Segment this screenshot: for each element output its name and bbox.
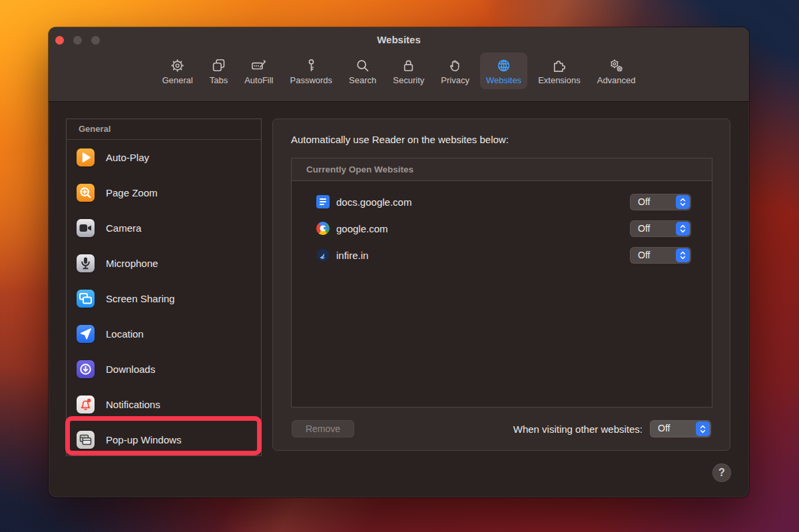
tab-autofill[interactable]: AutoFill <box>238 53 279 89</box>
chevron-up-down-icon <box>676 248 690 262</box>
autofill-icon <box>250 57 267 74</box>
tab-extensions[interactable]: Extensions <box>532 53 587 89</box>
tab-privacy[interactable]: Privacy <box>435 53 475 89</box>
tab-label: AutoFill <box>244 75 273 85</box>
safari-preferences-window: Websites <box>49 27 749 497</box>
reader-settings-panel: Automatically use Reader on the websites… <box>272 119 730 451</box>
notifications-icon <box>77 396 95 413</box>
tab-websites[interactable]: Websites <box>480 53 527 89</box>
other-websites-dropdown[interactable]: Off <box>650 420 711 437</box>
sidebar-item-location[interactable]: Location <box>67 316 261 352</box>
sidebar-item-downloads[interactable]: Downloads <box>67 352 261 387</box>
tab-general[interactable]: General <box>156 53 198 89</box>
sidebar-item-notifications[interactable]: Notifications <box>67 387 261 422</box>
camera-icon <box>77 219 95 237</box>
currently-open-websites-table: Currently Open Websites docs.google.com … <box>291 158 712 407</box>
gear-icon <box>169 57 186 74</box>
sidebar-item-label: Downloads <box>106 364 155 375</box>
window-title: Websites <box>49 34 749 45</box>
window-chrome: Websites <box>49 27 749 102</box>
docs-google-favicon <box>316 195 330 208</box>
tab-label: Tabs <box>210 75 228 85</box>
hand-icon <box>447 57 463 74</box>
microphone-icon <box>77 254 95 272</box>
table-header: Currently Open Websites <box>292 158 712 181</box>
screen-sharing-icon <box>77 290 95 308</box>
table-row: infire.in Off <box>292 242 712 268</box>
tab-tabs[interactable]: Tabs <box>204 53 234 89</box>
remove-button[interactable]: Remove <box>292 420 354 437</box>
tab-passwords[interactable]: Passwords <box>284 53 339 89</box>
table-row: google.com Off <box>292 215 712 242</box>
sidebar-item-label: Camera <box>106 222 141 234</box>
puzzle-icon <box>551 57 567 74</box>
dropdown-value: Off <box>638 247 650 264</box>
tab-label: Websites <box>486 75 521 85</box>
google-favicon <box>316 222 330 235</box>
page-zoom-icon <box>77 184 95 202</box>
help-button[interactable]: ? <box>712 463 731 482</box>
tabs-icon <box>210 57 227 74</box>
other-websites-label: When visiting other websites: <box>513 423 643 435</box>
preferences-toolbar: General Tabs <box>49 53 749 89</box>
sidebar-item-label: Auto-Play <box>106 152 149 163</box>
sidebar-item-page-zoom[interactable]: Page Zoom <box>67 175 261 210</box>
websites-sidebar: General Auto-Play Page Zoom <box>66 119 262 456</box>
reader-setting-dropdown[interactable]: Off <box>630 220 691 237</box>
table-rows: docs.google.com Off google.co <box>292 181 712 268</box>
site-name: infire.in <box>336 250 623 261</box>
sidebar-item-camera[interactable]: Camera <box>67 210 261 246</box>
sidebar-section-header: General <box>67 119 261 140</box>
reader-instruction: Automatically use Reader on the websites… <box>291 134 509 145</box>
table-row: docs.google.com Off <box>292 188 712 215</box>
other-websites-row: When visiting other websites: Off <box>513 419 711 439</box>
sidebar-item-microphone[interactable]: Microphone <box>67 246 261 281</box>
chevron-up-down-icon <box>696 421 710 436</box>
sidebar-item-pop-up-windows[interactable]: Pop-up Windows <box>67 422 261 457</box>
tab-label: Passwords <box>290 75 333 85</box>
dropdown-value: Off <box>638 194 650 210</box>
sidebar-item-auto-play[interactable]: Auto-Play <box>67 140 261 175</box>
lock-icon <box>400 57 417 74</box>
site-name: google.com <box>336 223 623 234</box>
gears-icon <box>608 57 625 74</box>
tab-label: Advanced <box>597 75 636 85</box>
key-icon <box>303 57 320 74</box>
tab-advanced[interactable]: Advanced <box>591 53 642 89</box>
dropdown-value: Off <box>658 420 670 437</box>
sidebar-item-label: Location <box>106 328 144 340</box>
search-icon <box>354 57 371 74</box>
tab-label: Extensions <box>538 75 581 85</box>
sidebar-item-label: Notifications <box>106 399 160 410</box>
sidebar-item-label: Screen Sharing <box>106 293 174 304</box>
auto-play-icon <box>77 148 95 166</box>
sidebar-item-label: Pop-up Windows <box>106 434 181 445</box>
downloads-icon <box>77 360 95 378</box>
site-name: docs.google.com <box>336 196 623 208</box>
tab-security[interactable]: Security <box>387 53 430 89</box>
pop-up-windows-icon <box>77 431 95 449</box>
sidebar-item-screen-sharing[interactable]: Screen Sharing <box>67 281 261 316</box>
reader-setting-dropdown[interactable]: Off <box>630 194 691 210</box>
chevron-up-down-icon <box>676 195 690 209</box>
sidebar-item-label: Microphone <box>106 258 158 269</box>
desktop: Websites <box>0 0 799 532</box>
globe-icon <box>495 57 512 74</box>
tab-search[interactable]: Search <box>343 53 382 89</box>
sidebar-item-label: Page Zoom <box>106 187 158 198</box>
tab-label: Privacy <box>441 75 469 85</box>
dropdown-value: Off <box>638 220 650 237</box>
chevron-up-down-icon <box>676 222 690 236</box>
location-icon <box>77 325 95 343</box>
tab-label: General <box>162 75 192 85</box>
reader-setting-dropdown[interactable]: Off <box>630 247 691 264</box>
tab-label: Search <box>349 75 376 85</box>
tab-label: Security <box>393 75 424 85</box>
infire-favicon <box>316 248 330 262</box>
